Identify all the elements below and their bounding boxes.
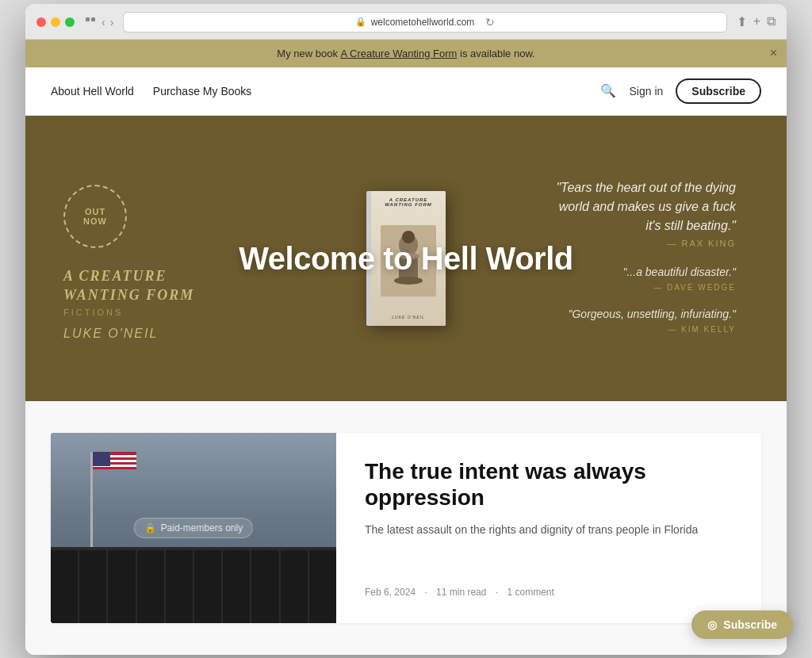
quote-2-text: "...a beautiful disaster." [542, 264, 736, 281]
book-cover-image [381, 225, 436, 296]
browser-action-buttons: ⬆ + ⧉ [737, 14, 776, 29]
url-display: welcometohellworld.com [371, 17, 475, 28]
svg-point-4 [394, 277, 423, 285]
book-author: Luke O'Neil [63, 327, 238, 341]
article-excerpt: The latest assault on the rights and dig… [365, 521, 733, 538]
search-icon[interactable]: 🔍 [600, 83, 616, 98]
out-now-badge: OUT NOW [63, 185, 127, 248]
navigation: About Hell World Purchase My Books 🔍 Sig… [25, 67, 787, 116]
site-wrapper: My new book A Creature Wanting Form is a… [25, 40, 787, 655]
article-date: Feb 6, 2024 [365, 587, 416, 598]
close-window-button[interactable] [36, 17, 46, 27]
article-title: The true intent was always oppression [365, 458, 733, 511]
article-card[interactable]: 🔒 Paid-members only The true intent was … [51, 433, 761, 623]
nav-link-books[interactable]: Purchase My Books [153, 85, 252, 98]
maximize-window-button[interactable] [65, 17, 75, 27]
quote-3-attr: — Kim Kelly [542, 325, 736, 334]
svg-rect-0 [86, 17, 90, 21]
article-body: The true intent was always oppression Th… [336, 433, 761, 623]
svg-point-5 [402, 231, 415, 243]
floating-subscribe-button[interactable]: ◎ Subscribe [691, 610, 787, 639]
lock-icon: 🔒 [355, 17, 366, 27]
traffic-lights [36, 17, 75, 27]
svg-point-6 [397, 253, 419, 259]
book-cover-title: A CreatureWanting Form [385, 197, 432, 207]
nav-actions: 🔍 Sign in Subscribe [600, 78, 761, 104]
back-button[interactable]: ‹ [102, 16, 105, 29]
main-content: 🔒 Paid-members only The true intent was … [25, 401, 787, 655]
article-comments: 1 comment [508, 587, 554, 598]
book-subtitle: FICTIONS [63, 308, 238, 317]
book-title: A Creature Wanting Form [63, 267, 238, 304]
reload-icon[interactable]: ↻ [485, 16, 495, 29]
article-meta: Feb 6, 2024 · 11 min read · 1 comment [365, 587, 733, 598]
paid-members-badge: 🔒 Paid-members only [134, 518, 253, 538]
announcement-banner: My new book A Creature Wanting Form is a… [25, 40, 787, 67]
book-cover: A CreatureWanting Form [366, 191, 446, 326]
article-separator2: · [496, 587, 498, 598]
floating-subscribe-label: Subscribe [723, 618, 777, 631]
nav-link-about[interactable]: About Hell World [51, 85, 134, 98]
minimize-window-button[interactable] [51, 17, 60, 27]
hero-content: OUT NOW A Creature Wanting Form FICTIONS… [25, 131, 787, 386]
quote-3-text: "Gorgeous, unsettling, infuriating." [542, 306, 736, 323]
quote-1-attr: — Rax King [542, 239, 736, 248]
announcement-text-after: is available now. [460, 48, 535, 59]
hero-book-info: OUT NOW A Creature Wanting Form FICTIONS… [63, 185, 238, 341]
article-image: 🔒 Paid-members only [51, 433, 336, 623]
lock-icon: 🔒 [144, 522, 156, 534]
book-illustration [385, 229, 432, 293]
quote-2-attr: — Dave Wedge [542, 283, 736, 292]
nav-links: About Hell World Purchase My Books [51, 85, 251, 98]
new-tab-icon[interactable]: + [753, 14, 760, 29]
subscribe-circle-icon: ◎ [707, 618, 717, 631]
forward-button[interactable]: › [110, 16, 114, 29]
tab-switcher-icon[interactable] [84, 16, 97, 29]
subscribe-button[interactable]: Subscribe [676, 78, 761, 104]
browser-nav-controls: ‹ › [84, 16, 113, 29]
tabs-overview-icon[interactable]: ⧉ [767, 14, 776, 29]
book-cover-author: Luke O'Neil [392, 315, 424, 319]
hero-section: OUT NOW A Creature Wanting Form FICTIONS… [25, 116, 787, 401]
paid-label: Paid-members only [161, 522, 243, 534]
signin-button[interactable]: Sign in [629, 85, 663, 98]
announcement-link[interactable]: A Creature Wanting Form [341, 48, 458, 59]
announcement-text: My new book [277, 48, 340, 59]
flag-canton [93, 452, 110, 466]
hero-quotes: "Tears the heart out of the dying world … [542, 178, 749, 348]
us-flag [93, 452, 136, 480]
close-banner-button[interactable]: × [770, 47, 777, 59]
quote-1-text: "Tears the heart out of the dying world … [542, 178, 736, 235]
share-icon[interactable]: ⬆ [737, 14, 747, 29]
svg-rect-1 [91, 17, 95, 21]
browser-chrome: ‹ › 🔒 welcometohellworld.com ↻ ⬆ + ⧉ [25, 4, 787, 40]
building-stripes [51, 550, 336, 622]
address-bar[interactable]: 🔒 welcometohellworld.com ↻ [123, 12, 726, 33]
article-read-time: 11 min read [436, 587, 486, 598]
article-separator: · [424, 587, 427, 598]
